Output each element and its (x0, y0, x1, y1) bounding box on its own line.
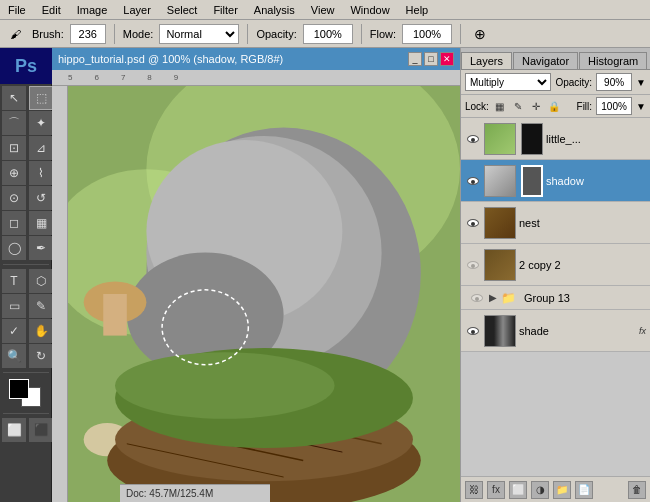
toolbox: Ps ↖ ⬚ ⌒ ✦ ⊡ ⊿ ⊕ ⌇ ⊙ ↺ ◻ ▦ ◯ ✒ T ⬡ (0, 48, 52, 502)
maximize-button[interactable]: □ (424, 52, 438, 66)
opacity-input[interactable] (596, 73, 632, 91)
canvas-image[interactable]: Doc: 45.7M/125.4M (68, 86, 460, 502)
eye-group13[interactable] (469, 290, 485, 306)
dodge-tool[interactable]: ◯ (2, 236, 26, 260)
zoom-tool[interactable]: 🔍 (2, 344, 26, 368)
flow-input[interactable] (402, 24, 452, 44)
layer-name-group13: Group 13 (524, 292, 642, 304)
tool-grid: ↖ ⬚ ⌒ ✦ ⊡ ⊿ ⊕ ⌇ ⊙ ↺ ◻ ▦ ◯ ✒ (0, 84, 51, 262)
gradient-tool[interactable]: ▦ (29, 211, 53, 235)
eyedropper-tool[interactable]: ✓ (2, 319, 26, 343)
tab-navigator[interactable]: Navigator (513, 52, 578, 69)
layer-name-2copy2: 2 copy 2 (519, 259, 646, 271)
layer-item-little[interactable]: little_... (461, 118, 650, 160)
foreground-color-swatch[interactable] (9, 379, 29, 399)
brush-tool[interactable]: ⌇ (29, 161, 53, 185)
brush-tool-btn[interactable]: 🖌 (4, 23, 26, 45)
eye-icon-group13 (471, 294, 483, 302)
svg-rect-8 (103, 294, 127, 336)
new-layer-btn[interactable]: 📄 (575, 481, 593, 499)
mask-btn[interactable]: ⬜ (509, 481, 527, 499)
tab-histogram[interactable]: Histogram (579, 52, 647, 69)
layer-mask-shadow (521, 165, 543, 197)
quick-mask-btn[interactable]: ⬜ (2, 418, 26, 442)
close-button[interactable]: ✕ (440, 52, 454, 66)
layer-item-nest[interactable]: nest (461, 202, 650, 244)
layer-thumb-nest (484, 207, 516, 239)
panel-bottom: ⛓ fx ⬜ ◑ 📁 📄 🗑 (461, 476, 650, 502)
move-tool[interactable]: ↖ (2, 86, 26, 110)
healing-tool[interactable]: ⊕ (2, 161, 26, 185)
eye-nest[interactable] (465, 215, 481, 231)
menu-edit[interactable]: Edit (38, 2, 65, 18)
fill-arrow[interactable]: ▼ (636, 101, 646, 112)
crop-tool[interactable]: ⊡ (2, 136, 26, 160)
eraser-tool[interactable]: ◻ (2, 211, 26, 235)
right-panel: Layers Navigator Histogram Multiply Norm… (460, 48, 650, 502)
layer-item-shade[interactable]: shade fx (461, 310, 650, 352)
menu-file[interactable]: File (4, 2, 30, 18)
group-btn[interactable]: 📁 (553, 481, 571, 499)
rotate-tool[interactable]: ↻ (29, 344, 53, 368)
magic-wand-tool[interactable]: ✦ (29, 111, 53, 135)
mode-select[interactable]: Normal Multiply Screen (159, 24, 239, 44)
eye-shadow[interactable] (465, 173, 481, 189)
layer-mask-little (521, 123, 543, 155)
menu-analysis[interactable]: Analysis (250, 2, 299, 18)
adjustment-btn[interactable]: ◑ (531, 481, 549, 499)
layer-item-2copy2[interactable]: 2 copy 2 (461, 244, 650, 286)
menu-help[interactable]: Help (402, 2, 433, 18)
fx-btn[interactable]: fx (487, 481, 505, 499)
eye-2copy2[interactable] (465, 257, 481, 273)
layers-panel: Multiply Normal Screen Overlay Opacity: … (461, 70, 650, 502)
ruler-top: 5 6 7 8 9 (52, 70, 460, 86)
hand-tool[interactable]: ✋ (29, 319, 53, 343)
eye-shade[interactable] (465, 323, 481, 339)
lock-transparent-icon[interactable]: ▦ (493, 99, 507, 113)
lock-position-icon[interactable]: ✛ (529, 99, 543, 113)
notes-tool[interactable]: ✎ (29, 294, 53, 318)
status-bar: Doc: 45.7M/125.4M (120, 484, 270, 502)
layer-item-shadow[interactable]: shadow (461, 160, 650, 202)
separator-2 (247, 24, 248, 44)
tab-layers[interactable]: Layers (461, 52, 512, 69)
group-arrow-13[interactable]: ▶ (489, 292, 497, 303)
brush-size-input[interactable] (70, 24, 106, 44)
link-layers-btn[interactable]: ⛓ (465, 481, 483, 499)
eye-little[interactable] (465, 131, 481, 147)
history-brush-tool[interactable]: ↺ (29, 186, 53, 210)
menu-window[interactable]: Window (346, 2, 393, 18)
lasso-tool[interactable]: ⌒ (2, 111, 26, 135)
opacity-arrow[interactable]: ▼ (636, 77, 646, 88)
fill-input[interactable] (596, 97, 632, 115)
path-tool[interactable]: ⬡ (29, 269, 53, 293)
minimize-button[interactable]: _ (408, 52, 422, 66)
opacity-label: Opacity: (256, 28, 296, 40)
separator-4 (460, 24, 461, 44)
layer-group-13[interactable]: ▶ 📁 Group 13 (461, 286, 650, 310)
screen-mode-btn[interactable]: ⬛ (29, 418, 53, 442)
pen-tool[interactable]: ✒ (29, 236, 53, 260)
clone-tool[interactable]: ⊙ (2, 186, 26, 210)
shape-tool[interactable]: ▭ (2, 294, 26, 318)
canvas-svg (68, 86, 460, 502)
menu-image[interactable]: Image (73, 2, 112, 18)
slice-tool[interactable]: ⊿ (29, 136, 53, 160)
layer-name-shadow: shadow (546, 175, 646, 187)
layer-thumb-shade (484, 315, 516, 347)
type-tool[interactable]: T (2, 269, 26, 293)
menu-layer[interactable]: Layer (119, 2, 155, 18)
opacity-input[interactable] (303, 24, 353, 44)
airbrush-btn[interactable]: ⊕ (469, 23, 491, 45)
menu-view[interactable]: View (307, 2, 339, 18)
canvas-title-bar: hippo_tutorial.psd @ 100% (shadow, RGB/8… (52, 48, 460, 70)
menu-select[interactable]: Select (163, 2, 202, 18)
layer-thumb-shadow (484, 165, 516, 197)
marquee-tool[interactable]: ⬚ (29, 86, 53, 110)
svg-point-18 (115, 352, 335, 419)
delete-layer-btn[interactable]: 🗑 (628, 481, 646, 499)
lock-all-icon[interactable]: 🔒 (547, 99, 561, 113)
menu-filter[interactable]: Filter (209, 2, 241, 18)
blend-mode-select[interactable]: Multiply Normal Screen Overlay (465, 73, 551, 91)
lock-image-icon[interactable]: ✎ (511, 99, 525, 113)
